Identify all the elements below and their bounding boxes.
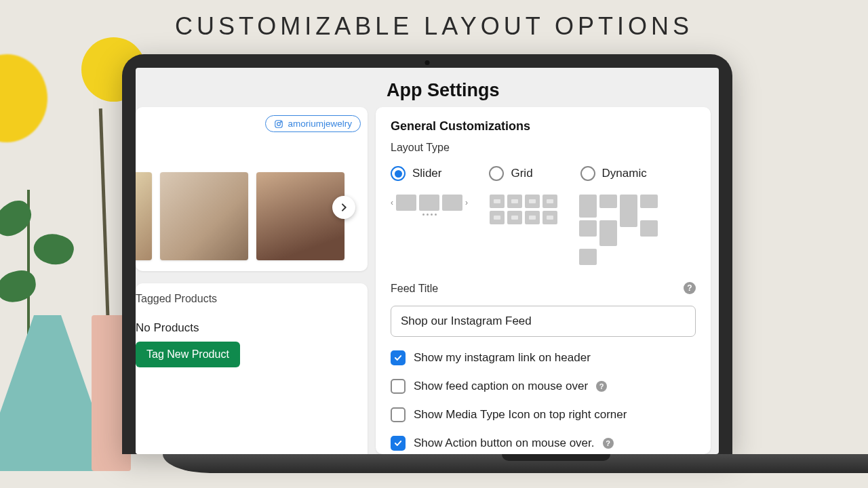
help-icon[interactable]: ? xyxy=(603,438,614,449)
app-settings-title: App Settings xyxy=(387,80,500,101)
checkbox-icon xyxy=(391,379,406,394)
layout-preview-grid xyxy=(490,195,557,224)
page-banner: CUSTOMIZABLE LAYOUT OPTIONS xyxy=(0,12,868,41)
feed-thumbnails xyxy=(136,172,344,260)
decor-leaf xyxy=(30,228,77,270)
svg-point-2 xyxy=(281,121,281,122)
decor-leaf xyxy=(0,268,38,304)
radio-icon xyxy=(391,166,406,181)
checkbox-icon xyxy=(391,407,406,422)
checkbox-show-caption[interactable]: Show feed caption on mouse over ? xyxy=(391,379,696,394)
layout-option-slider[interactable]: Slider xyxy=(391,166,441,181)
layout-option-grid[interactable]: Grid xyxy=(489,166,532,181)
laptop-camera xyxy=(425,60,430,65)
radio-label: Dynamic xyxy=(602,167,647,180)
tagged-products-card: Tagged Products No Products Tag New Prod… xyxy=(136,283,368,454)
instagram-handle: amoriumjewelry xyxy=(288,119,352,129)
carousel-next-button[interactable] xyxy=(332,196,355,219)
tagged-products-title: Tagged Products xyxy=(136,293,359,305)
app-screen: App Settings amoriumjewelry xyxy=(136,68,719,454)
checkbox-label: Show my instagram link on header xyxy=(414,351,591,365)
laptop-frame: App Settings amoriumjewelry xyxy=(122,54,732,454)
tagged-products-empty: No Products xyxy=(136,321,359,335)
checkbox-icon xyxy=(391,350,406,365)
decor-leaf xyxy=(0,196,37,242)
checkbox-show-action-button[interactable]: Show Action button on mouse over. ? xyxy=(391,436,696,451)
checkbox-label: Show Media Type Icon on top right corner xyxy=(414,408,627,422)
feed-thumb[interactable] xyxy=(136,172,152,260)
layout-preview-dynamic xyxy=(579,195,658,265)
section-title: General Customizations xyxy=(391,119,696,134)
general-customizations-card: General Customizations Layout Type Slide… xyxy=(376,107,711,454)
checkbox-show-media-icon[interactable]: Show Media Type Icon on top right corner xyxy=(391,407,696,422)
checkbox-label: Show feed caption on mouse over xyxy=(414,380,588,393)
instagram-icon xyxy=(274,119,283,129)
checkbox-show-instagram-link[interactable]: Show my instagram link on header xyxy=(391,350,696,365)
feed-thumb[interactable] xyxy=(256,172,344,260)
layout-option-dynamic[interactable]: Dynamic xyxy=(580,166,647,181)
feed-title-label: Feed Title xyxy=(391,283,438,295)
feed-thumb[interactable] xyxy=(160,172,248,260)
checkbox-icon xyxy=(391,436,406,451)
chevron-right-icon xyxy=(338,202,349,213)
feed-preview-card: amoriumjewelry xyxy=(136,107,368,271)
laptop-base xyxy=(163,454,868,473)
layout-preview-slider: ‹› xyxy=(391,195,468,216)
help-icon[interactable]: ? xyxy=(596,381,607,392)
laptop-notch xyxy=(502,454,610,461)
help-icon[interactable]: ? xyxy=(684,282,696,294)
decor-flower-left xyxy=(0,54,47,142)
feed-title-input[interactable] xyxy=(391,306,696,337)
radio-icon xyxy=(580,166,595,181)
svg-point-1 xyxy=(277,122,281,125)
layout-type-label: Layout Type xyxy=(391,142,696,154)
radio-icon xyxy=(489,166,504,181)
instagram-account-chip[interactable]: amoriumjewelry xyxy=(265,115,361,132)
radio-label: Slider xyxy=(412,167,441,180)
tag-new-product-button[interactable]: Tag New Product xyxy=(136,342,240,367)
layout-previews: ‹› xyxy=(391,195,696,265)
radio-label: Grid xyxy=(511,167,532,180)
checkbox-label: Show Action button on mouse over. xyxy=(414,436,595,450)
layout-type-radio-group: Slider Grid Dynamic xyxy=(391,166,696,181)
